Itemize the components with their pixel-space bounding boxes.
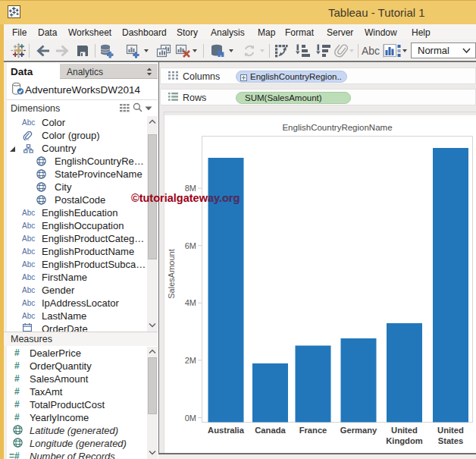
svg-text:4M: 4M — [185, 298, 196, 307]
svg-text:Germany: Germany — [340, 426, 377, 435]
svg-text:2M: 2M — [185, 356, 196, 365]
svg-text:Canada: Canada — [255, 426, 286, 435]
svg-text:United: United — [437, 426, 464, 435]
svg-text:6M: 6M — [185, 241, 196, 250]
svg-text:States: States — [438, 436, 464, 445]
svg-text:United: United — [391, 426, 418, 435]
svg-text:0M: 0M — [185, 413, 196, 423]
svg-text:Australia: Australia — [208, 426, 245, 435]
svg-text:France: France — [299, 426, 327, 435]
svg-text:Kingdom: Kingdom — [386, 436, 423, 445]
svg-text:SalesAmount: SalesAmount — [167, 249, 176, 298]
